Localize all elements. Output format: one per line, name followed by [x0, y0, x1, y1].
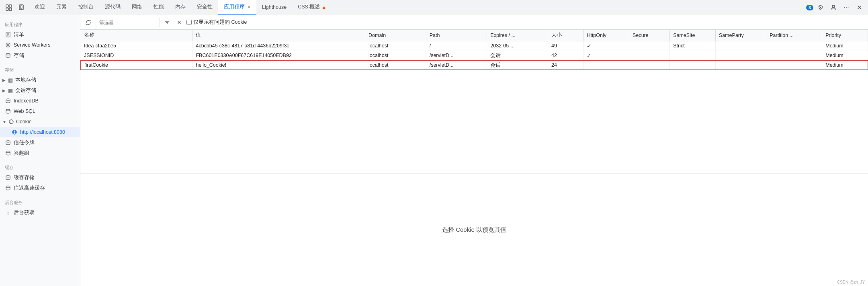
- sidebar-group-session-storage[interactable]: ▶ ▦ 会话存储: [0, 85, 80, 96]
- preview-message: 选择 Cookie 以预览其值: [442, 226, 506, 234]
- sidebar-label-storage-item: 存储: [14, 52, 24, 59]
- sidebar-group-local-storage[interactable]: ▶ ▦ 本地存储: [0, 75, 80, 85]
- cell-httponly: [583, 60, 629, 70]
- profile-icon-btn[interactable]: [828, 2, 839, 13]
- localhost-icon: [11, 129, 18, 135]
- cell-sameparty: [715, 51, 766, 60]
- cell-domain: localhost: [365, 41, 426, 51]
- cell-size: 24: [548, 60, 583, 70]
- problems-only-checkbox-label[interactable]: 仅显示有问题的 Cookie: [186, 19, 247, 26]
- sidebar-section-bg-services: 后台服务: [0, 196, 80, 207]
- col-header-name: 名称: [81, 30, 192, 41]
- col-header-partition: Partition ...: [766, 30, 822, 41]
- cell-samesite: [670, 60, 716, 70]
- cell-httponly: ✓: [583, 51, 629, 60]
- sidebar-item-manifest[interactable]: 清单: [0, 29, 80, 40]
- cell-samesite: [670, 51, 716, 60]
- col-header-domain: Domain: [365, 30, 426, 41]
- sidebar-label-indexeddb: IndexedDB: [14, 98, 39, 104]
- sidebar-label-cookie: Cookie: [16, 119, 32, 125]
- settings-icon-btn[interactable]: ⚙: [815, 2, 826, 13]
- tab-security[interactable]: 安全性: [191, 0, 218, 15]
- filter-options-btn[interactable]: [162, 18, 172, 27]
- problems-only-checkbox[interactable]: [186, 20, 192, 25]
- sidebar-label-trust-token: 信任令牌: [14, 139, 35, 146]
- close-devtools-btn[interactable]: ✕: [854, 2, 865, 13]
- tab-network[interactable]: 网络: [126, 0, 148, 15]
- sidebar-group-cookie[interactable]: ▼ Cookie: [0, 116, 80, 127]
- more-options-btn[interactable]: ···: [841, 2, 852, 13]
- cache-storage-icon: [5, 175, 11, 180]
- svg-point-16: [6, 109, 10, 111]
- clear-filter-btn[interactable]: ✕: [174, 18, 184, 27]
- svg-point-24: [6, 141, 10, 142]
- tab-welcome[interactable]: 欢迎: [29, 0, 51, 15]
- tab-css-overview[interactable]: CSS 概述 ▲: [292, 0, 332, 15]
- indexeddb-icon: [5, 98, 11, 104]
- top-toolbar: 欢迎 元素 控制台 源代码 网络 性能 内存 安全性 应用程序 ✕ Lighth…: [0, 0, 868, 15]
- cell-partition: [766, 51, 822, 60]
- cell-secure: [629, 60, 670, 70]
- svg-point-14: [6, 53, 10, 55]
- svg-point-13: [7, 44, 9, 46]
- service-workers-icon: [5, 42, 11, 48]
- device-icon-btn[interactable]: [16, 2, 27, 13]
- svg-point-15: [6, 99, 10, 100]
- table-row[interactable]: JSESSIONIDFBC601E0330A00F67C619E14050EDB…: [81, 51, 868, 60]
- tab-sources[interactable]: 源代码: [99, 0, 126, 15]
- sidebar-item-interest-group[interactable]: 兴趣组: [0, 148, 80, 158]
- svg-rect-0: [6, 5, 8, 7]
- tab-lighthouse[interactable]: Lighthouse: [256, 0, 292, 15]
- sidebar-label-local-storage: 本地存储: [15, 77, 36, 84]
- svg-rect-1: [9, 5, 12, 7]
- websql-icon: [5, 108, 11, 114]
- sidebar-item-service-workers[interactable]: Service Workers: [0, 40, 80, 50]
- inspect-icon-btn[interactable]: [3, 2, 14, 13]
- svg-rect-5: [20, 6, 22, 8]
- interest-group-icon: [5, 150, 11, 156]
- svg-point-20: [10, 122, 11, 123]
- svg-point-12: [6, 43, 10, 47]
- svg-point-27: [6, 186, 10, 188]
- cell-size: 42: [548, 51, 583, 60]
- svg-rect-2: [6, 8, 8, 10]
- sidebar-item-localhost[interactable]: http://localhost:8080: [0, 127, 80, 137]
- table-wrapper[interactable]: 名称 值 Domain Path: [80, 30, 868, 174]
- problems-only-label: 仅显示有问题的 Cookie: [193, 19, 247, 26]
- sidebar-item-storage[interactable]: 存储: [0, 50, 80, 61]
- sidebar-section-app: 应用程序: [0, 18, 80, 29]
- cookie-table: 名称 值 Domain Path: [80, 30, 868, 70]
- sidebar-label-interest-group: 兴趣组: [14, 150, 29, 157]
- sidebar-item-back-forward-cache[interactable]: 往返高速缓存: [0, 183, 80, 193]
- chevron-right-icon: ▶: [2, 78, 6, 82]
- cell-path: /: [426, 41, 487, 51]
- refresh-button[interactable]: [84, 18, 93, 27]
- cell-secure: [629, 51, 670, 60]
- sidebar-item-cache-storage[interactable]: 缓存存储: [0, 172, 80, 183]
- filter-input[interactable]: [96, 18, 160, 27]
- tab-application[interactable]: 应用程序 ✕: [218, 0, 256, 15]
- sidebar-label-websql: Web SQL: [14, 108, 35, 114]
- svg-point-7: [832, 5, 835, 8]
- sidebar-item-trust-token[interactable]: 信任令牌: [0, 137, 80, 148]
- chevron-down-icon: ▼: [2, 120, 6, 124]
- sidebar-item-bg-fetch[interactable]: ↕ 后台获取: [0, 207, 80, 218]
- col-header-secure: Secure: [629, 30, 670, 41]
- col-header-sameparty: SameParty: [715, 30, 766, 41]
- sidebar-label-manifest: 清单: [14, 31, 24, 38]
- session-storage-icon: ▦: [7, 88, 14, 94]
- local-storage-icon: ▦: [7, 77, 14, 83]
- tab-elements[interactable]: 元素: [51, 0, 72, 15]
- storage-icon: [5, 53, 11, 58]
- sidebar-item-websql[interactable]: Web SQL: [0, 106, 80, 116]
- watermark: CSDN @zh_JY: [837, 280, 865, 284]
- sidebar: 应用程序 清单 Service Workers: [0, 15, 80, 286]
- tab-console[interactable]: 控制台: [72, 0, 99, 15]
- table-row[interactable]: firstCookiehello_Cookie!localhost/servle…: [81, 60, 868, 70]
- sidebar-label-localhost: http://localhost:8080: [20, 129, 65, 135]
- tab-close-icon[interactable]: ✕: [247, 4, 251, 10]
- sidebar-item-indexeddb[interactable]: IndexedDB: [0, 96, 80, 106]
- table-row[interactable]: Idea-cfaa2be54cbcbb45-c38c-4817-a81d-443…: [81, 41, 868, 51]
- tab-memory[interactable]: 内存: [170, 0, 191, 15]
- tab-performance[interactable]: 性能: [148, 0, 170, 15]
